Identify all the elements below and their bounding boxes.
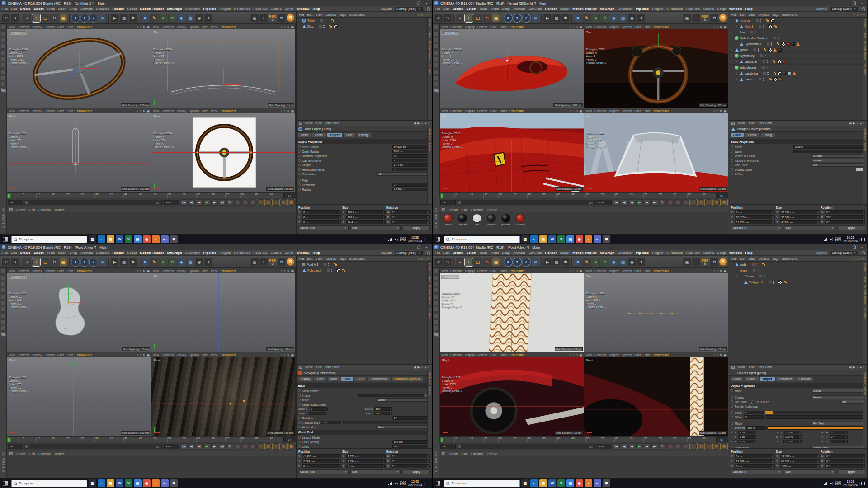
task-view-icon[interactable]: ▥ — [89, 235, 96, 243]
light-icon[interactable]: ☀ — [204, 14, 212, 22]
attribute-menu-user-data[interactable]: User Data — [325, 122, 340, 125]
coord-value-field[interactable]: 0 cm — [302, 210, 341, 214]
viewport-capture-icon[interactable]: ▣ — [683, 258, 691, 266]
object-row[interactable]: ○Disc — [297, 23, 432, 29]
am-back-icon[interactable]: ◀ — [414, 122, 416, 125]
viewport-top[interactable]: ViewCamerasDisplayOptionsFilterPanelProR… — [151, 24, 295, 108]
menu-tools[interactable]: Tools — [480, 7, 488, 11]
coord-value-field[interactable]: 0 ° — [391, 464, 430, 468]
animation-dot-icon[interactable] — [731, 400, 733, 403]
phong-tag-icon[interactable] — [796, 42, 800, 46]
viewport-pan-icon[interactable]: + — [281, 25, 283, 28]
rotate-tool-icon[interactable]: ↻ — [50, 14, 58, 22]
restore-selection-icon[interactable]: ↓ — [259, 14, 268, 22]
menu-x-particles[interactable]: X-Particles — [234, 7, 250, 11]
dropdown[interactable]: Single Value▼ — [811, 446, 866, 448]
viewport-zoom-icon[interactable]: ↕ — [284, 353, 286, 357]
viewport-rotate-icon[interactable]: ↻ — [287, 269, 290, 272]
reset-psr-icon[interactable]: ✿ — [278, 258, 286, 266]
attribute-menu-mode[interactable]: Mode — [738, 366, 746, 369]
volume-icon[interactable]: ◄) — [829, 482, 833, 485]
coord-value-field[interactable]: 51.336 cm — [735, 220, 775, 224]
close-button[interactable]: × — [423, 1, 430, 6]
viewport-toggle-icon[interactable]: ▣ — [291, 25, 294, 28]
taskbar-search-input[interactable]: Pesquisar — [444, 480, 520, 487]
viewport-menu-view[interactable]: View — [585, 353, 592, 357]
render-settings-icon[interactable]: ✱ — [129, 258, 137, 266]
texture-tag-icon[interactable] — [329, 24, 333, 28]
viewport-menu-options[interactable]: Options — [477, 353, 487, 357]
coord-value-field[interactable]: 0 cm — [302, 215, 341, 219]
make-editable-icon[interactable] — [1, 269, 6, 274]
sculpt-layout-icon[interactable]: S — [287, 258, 294, 266]
spinner-icon[interactable] — [427, 216, 429, 219]
dropdown[interactable]: Off▼ — [811, 163, 866, 167]
attribute-value-field[interactable]: 1 — [392, 159, 430, 162]
menu-edit[interactable]: Edit — [443, 251, 449, 255]
material-menu-texture[interactable]: Texture — [487, 208, 497, 211]
next-frame-button[interactable]: ▶ — [211, 443, 218, 450]
om-side-tab-structure[interactable]: Structure — [429, 308, 431, 319]
animation-dot-icon[interactable] — [731, 405, 733, 408]
slider-value-field[interactable]: 0 — [744, 415, 764, 419]
autokey-button[interactable]: ● — [675, 199, 681, 206]
scale-key-toggle[interactable]: ▢ — [265, 199, 272, 206]
am-side-tab-attributes[interactable]: Attributes — [429, 128, 431, 140]
menu-tools[interactable]: Tools — [480, 251, 488, 255]
viewport-menu-prorender[interactable]: ProRender — [509, 269, 524, 272]
timeline-scrubber[interactable]: 90 F — [457, 444, 596, 449]
viewport-menu-options[interactable]: Options — [189, 25, 199, 28]
object-row[interactable]: └Disc.3 — [729, 23, 867, 29]
minimize-button[interactable]: – — [407, 245, 415, 250]
viewport-menu-display[interactable]: Display — [609, 353, 618, 357]
prev-key-button[interactable]: ◀| — [621, 199, 627, 206]
viewport-rotate-icon[interactable]: ↻ — [720, 25, 722, 28]
last-tool-icon[interactable]: ▣ — [59, 14, 67, 22]
axis-y-lock-icon[interactable]: Y — [80, 258, 89, 266]
tab-effectors[interactable]: Effectors — [796, 376, 814, 381]
viewport-menu-options[interactable]: Options — [189, 269, 199, 272]
attribute-menu-mode[interactable]: Mode — [305, 122, 313, 125]
language-indicator[interactable]: PORPTB2 — [835, 481, 841, 486]
parameter-key-toggle[interactable]: Ⓟ — [280, 443, 287, 450]
workplane-icon[interactable] — [1, 288, 6, 293]
layout-dropdown[interactable]: Startup (User)▼ — [395, 251, 423, 255]
animation-dot-icon[interactable] — [298, 399, 301, 401]
menu-octane[interactable]: Octane — [703, 251, 714, 255]
start-button[interactable] — [1, 235, 10, 244]
deformer-icon[interactable]: ◆ — [610, 14, 618, 22]
viewport-menu-view[interactable]: View — [9, 353, 15, 357]
layout-dropdown[interactable]: Startup (User)▼ — [830, 7, 858, 11]
om-search-icon[interactable]: ⌕ — [854, 13, 855, 17]
scale-key-toggle[interactable]: ▢ — [698, 199, 704, 206]
coord-value-field[interactable]: 14.4 cm — [346, 220, 386, 224]
attribute-value-field[interactable]: 0 ° — [830, 431, 848, 434]
coord-value-field[interactable]: 0 cm — [346, 464, 386, 468]
viewport-scene-wheelPhoto[interactable] — [440, 357, 584, 436]
dropdown[interactable]: Iterate▼ — [811, 395, 866, 399]
edit-toggle-icon[interactable] — [320, 19, 323, 22]
keyframe-selection-button[interactable]: ● — [682, 199, 689, 206]
slider-track[interactable] — [765, 411, 866, 414]
prev-frame-button[interactable]: ◀ — [628, 199, 635, 206]
menu-animate[interactable]: Animate — [80, 7, 93, 11]
render-settings-icon[interactable]: ✱ — [561, 14, 570, 22]
viewport-zoom-icon[interactable]: ↕ — [572, 269, 574, 272]
spinner-icon[interactable] — [772, 216, 774, 219]
viewport-menu-prorender[interactable]: ProRender — [509, 353, 524, 357]
coord-value-field[interactable]: 0 ° — [391, 454, 430, 458]
viewport-menu-filter[interactable]: Filter — [634, 25, 641, 28]
animation-dot-icon[interactable] — [298, 426, 301, 428]
viewport-menu-prorender[interactable]: ProRender — [221, 25, 236, 28]
edit-toggle-icon[interactable] — [762, 66, 765, 69]
om-home-icon[interactable]: ⌂ — [421, 257, 423, 261]
object-row[interactable]: └Cloner✓ — [729, 273, 867, 279]
menu-file[interactable]: File — [2, 251, 8, 255]
attribute-value-field[interactable]: volante — [793, 145, 866, 149]
scale-tool-icon[interactable]: ▢ — [474, 258, 482, 266]
edit-toggle-icon[interactable] — [773, 36, 777, 40]
om-side-tab-content-browser[interactable]: Content Browser — [864, 285, 867, 305]
menu-animate[interactable]: Animate — [513, 7, 526, 11]
maximize-button[interactable]: ❐ — [850, 245, 858, 250]
om-side-tab-content-browser[interactable]: Content Browser — [429, 285, 431, 305]
